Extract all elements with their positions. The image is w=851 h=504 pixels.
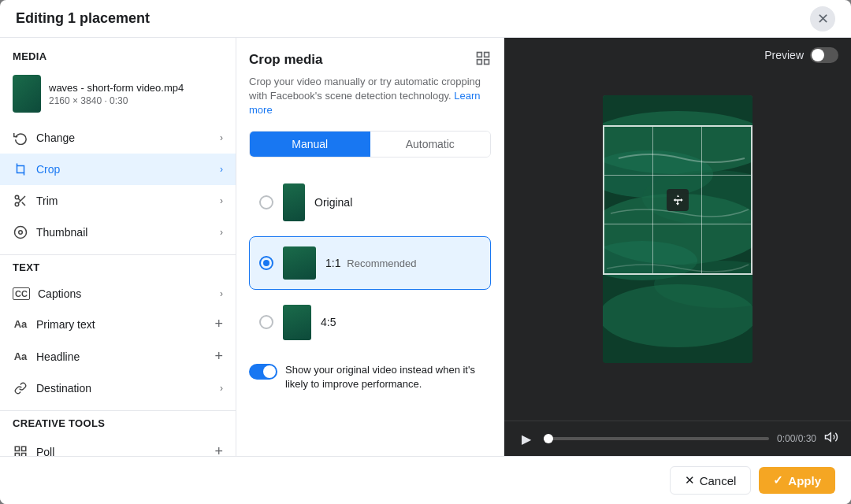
crop-title: Crop media (249, 52, 323, 68)
chevron-icon: › (220, 195, 223, 206)
svg-point-6 (19, 231, 23, 235)
sidebar-item-headline-label: Headline (36, 350, 80, 363)
crop-option-4-5-label: 4:5 (321, 316, 336, 328)
svg-rect-15 (478, 60, 482, 65)
thumbnail-icon (13, 224, 28, 240)
sidebar-item-destination[interactable]: Destination › (0, 372, 236, 404)
chevron-icon: › (220, 383, 223, 394)
cancel-x-icon: ✕ (685, 473, 695, 487)
middle-panel: Crop media Crop your video manually or t… (236, 38, 504, 456)
destination-icon (13, 380, 28, 396)
tab-group: Manual Automatic (249, 131, 491, 158)
crop-option-1-1-label: 1:1 Recommended (325, 257, 417, 269)
move-icon[interactable] (667, 189, 689, 211)
crop-header: Crop media (249, 50, 491, 69)
apply-check-icon: ✓ (773, 473, 783, 487)
divider (0, 254, 236, 255)
divider (0, 410, 236, 411)
chevron-icon: › (220, 164, 223, 175)
modal-overlay: Editing 1 placement ✕ Media waves - shor… (0, 0, 851, 504)
crop-thumb-original (283, 183, 305, 221)
chevron-icon: › (220, 288, 223, 299)
grid-line (604, 224, 751, 224)
sidebar-item-trim[interactable]: Trim › (0, 185, 236, 217)
tab-manual[interactable]: Manual (250, 132, 370, 157)
captions-icon: CC (13, 287, 30, 300)
sidebar-item-change[interactable]: Change › (0, 122, 236, 154)
learn-more-link[interactable]: Learn more (249, 90, 480, 116)
svg-marker-25 (826, 433, 831, 442)
svg-point-5 (15, 227, 27, 239)
apply-button[interactable]: ✓ Apply (759, 467, 835, 494)
crop-grid-overlay (603, 125, 753, 275)
media-info: waves - short-form video.mp4 2160 × 3840… (0, 69, 236, 122)
sidebar-item-trim-label: Trim (36, 195, 58, 207)
radio-4-5[interactable] (259, 315, 273, 329)
volume-button[interactable] (824, 430, 838, 447)
media-section-title: Media (0, 50, 236, 69)
toggle-row: Show your original video instead when it… (249, 363, 491, 391)
sidebar-item-change-label: Change (36, 132, 75, 144)
sidebar-item-captions[interactable]: CC Captions › (0, 280, 236, 308)
crop-option-1-1[interactable]: 1:1 Recommended (249, 236, 491, 290)
sidebar-item-crop-label: Crop (36, 163, 60, 176)
modal-footer: ✕ Cancel ✓ Apply (0, 456, 851, 504)
right-panel: Preview (504, 38, 851, 456)
progress-thumb (544, 434, 553, 443)
svg-line-3 (22, 202, 25, 206)
crop-description: Crop your video manually or try automati… (249, 75, 491, 118)
sidebar-item-poll-label: Poll (36, 446, 54, 457)
media-details: waves - short-form video.mp4 2160 × 3840… (49, 82, 184, 106)
tab-automatic[interactable]: Automatic (370, 132, 491, 157)
grid-line (701, 127, 702, 273)
cancel-button[interactable]: ✕ Cancel (670, 466, 752, 495)
trim-icon (13, 193, 28, 209)
text-section-title: Text (0, 261, 236, 280)
left-panel: Media waves - short-form video.mp4 2160 … (0, 38, 236, 456)
sidebar-item-thumbnail-label: Thumbnail (36, 226, 87, 239)
apply-label: Apply (788, 474, 821, 487)
poll-icon (13, 444, 28, 457)
svg-point-0 (15, 195, 19, 199)
preview-toggle-switch[interactable] (810, 47, 838, 63)
crop-icon (13, 161, 28, 177)
modal-title: Editing 1 placement (16, 10, 150, 27)
sidebar-item-poll[interactable]: Poll + (0, 435, 236, 456)
expand-icon[interactable] (475, 50, 491, 69)
sidebar-item-headline[interactable]: Aa Headline + (0, 340, 236, 372)
radio-1-1[interactable] (259, 256, 273, 270)
recommended-badge: Recommended (347, 258, 416, 269)
svg-rect-14 (485, 53, 489, 57)
svg-point-1 (15, 202, 19, 206)
modal-header: Editing 1 placement ✕ (0, 0, 851, 38)
preview-label: Preview (764, 49, 804, 61)
progress-bar[interactable] (544, 437, 769, 440)
crop-thumb-4-5 (283, 305, 311, 340)
performance-toggle[interactable] (249, 364, 277, 380)
close-button[interactable]: ✕ (810, 6, 835, 32)
video-container (603, 95, 753, 363)
creative-section-title: Creative tools (0, 417, 236, 435)
sidebar-item-crop[interactable]: Crop › (0, 154, 236, 185)
sidebar-item-primary-text-label: Primary text (36, 318, 95, 331)
media-thumbnail (13, 75, 41, 113)
sidebar-item-primary-text[interactable]: Aa Primary text + (0, 308, 236, 340)
svg-rect-16 (485, 60, 489, 65)
crop-option-original[interactable]: Original (249, 173, 491, 232)
crop-option-4-5[interactable]: 4:5 (249, 295, 491, 350)
video-controls: ▶ 0:00/0:30 (504, 421, 851, 456)
time-label: 0:00/0:30 (777, 433, 816, 444)
sidebar-item-thumbnail[interactable]: Thumbnail › (0, 217, 236, 248)
svg-rect-7 (15, 447, 19, 450)
sidebar-item-destination-label: Destination (36, 382, 91, 395)
primary-text-icon: Aa (13, 317, 28, 332)
play-button[interactable]: ▶ (517, 429, 536, 448)
modal-body: Media waves - short-form video.mp4 2160 … (0, 38, 851, 456)
plus-icon: + (214, 443, 223, 456)
plus-icon: + (214, 316, 223, 332)
grid-line (604, 175, 751, 176)
change-icon (13, 130, 28, 146)
media-name: waves - short-form video.mp4 (49, 82, 184, 94)
radio-original[interactable] (259, 195, 273, 209)
chevron-icon: › (220, 132, 223, 143)
